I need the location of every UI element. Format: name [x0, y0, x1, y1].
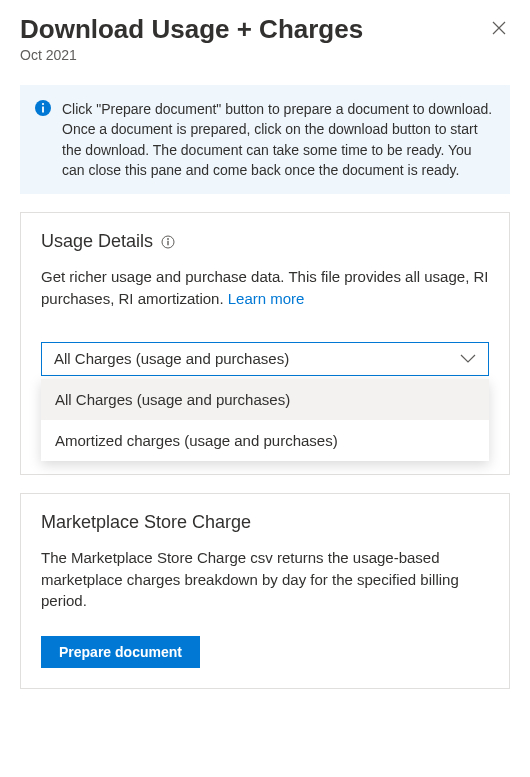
marketplace-title-row: Marketplace Store Charge	[41, 512, 489, 533]
dropdown-option-amortized-charges[interactable]: Amortized charges (usage and purchases)	[41, 420, 489, 461]
pane-header: Download Usage + Charges Oct 2021	[0, 0, 530, 67]
learn-more-link[interactable]: Learn more	[228, 290, 305, 307]
dropdown-option-all-charges[interactable]: All Charges (usage and purchases)	[41, 379, 489, 420]
charge-type-dropdown[interactable]: All Charges (usage and purchases)	[41, 342, 489, 376]
marketplace-title: Marketplace Store Charge	[41, 512, 251, 533]
usage-details-title-row: Usage Details	[41, 231, 489, 252]
usage-details-title: Usage Details	[41, 231, 153, 252]
usage-details-card: Usage Details Get richer usage and purch…	[20, 212, 510, 475]
chevron-down-icon	[460, 354, 476, 364]
prepare-document-button[interactable]: Prepare document	[41, 636, 200, 668]
marketplace-card: Marketplace Store Charge The Marketplace…	[20, 493, 510, 689]
usage-details-description: Get richer usage and purchase data. This…	[41, 266, 489, 310]
page-subtitle: Oct 2021	[20, 47, 488, 63]
info-banner-text: Click "Prepare document" button to prepa…	[62, 99, 494, 180]
svg-point-2	[42, 103, 44, 105]
help-icon[interactable]	[161, 235, 175, 249]
svg-point-5	[167, 238, 169, 240]
close-icon	[492, 17, 506, 39]
svg-rect-1	[42, 107, 44, 113]
svg-rect-4	[167, 241, 168, 246]
close-button[interactable]	[488, 14, 510, 42]
dropdown-selected-value: All Charges (usage and purchases)	[54, 350, 289, 367]
page-title: Download Usage + Charges	[20, 14, 488, 45]
info-banner: Click "Prepare document" button to prepa…	[20, 85, 510, 194]
header-text-block: Download Usage + Charges Oct 2021	[20, 14, 488, 63]
charge-type-dropdown-list: All Charges (usage and purchases) Amorti…	[41, 379, 489, 461]
marketplace-description: The Marketplace Store Charge csv returns…	[41, 547, 489, 612]
info-icon	[34, 99, 52, 180]
